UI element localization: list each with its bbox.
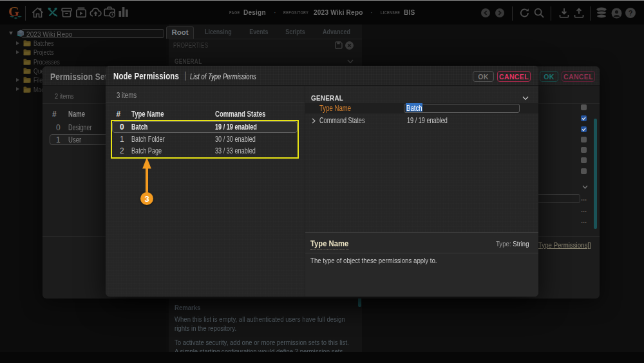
- svg-text:?: ?: [629, 9, 633, 17]
